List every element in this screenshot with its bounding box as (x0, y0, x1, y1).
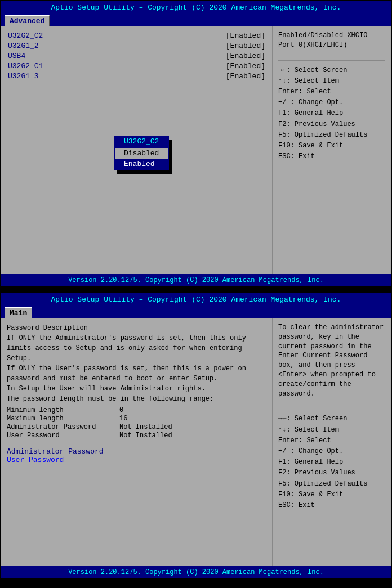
menu-item-u32g2c1[interactable]: U32G2_C1 [Enabled] (7, 61, 266, 71)
keyhelp-line-4: F1: General Help (278, 108, 385, 119)
screen1-footer: Version 2.20.1275. Copyright (C) 2020 Am… (1, 274, 391, 286)
menu-item-u32g1-3[interactable]: U32G1_3 [Enabled] (7, 71, 266, 81)
desc-line-1: If ONLY the Administrator's password is … (7, 333, 266, 343)
menu-item-u32g1-2[interactable]: U32G1_2 [Enabled] (7, 41, 266, 51)
screen2-keyhelp: →←: Select Screen ↑↓: Select Item Enter:… (278, 414, 385, 511)
desc-line-4: If ONLY the User's password is set, then… (7, 363, 266, 374)
info-max-length: Maximum length 16 (7, 415, 266, 423)
screen2-desc: Password Description If ONLY the Adminis… (7, 323, 266, 404)
dropdown-title: U32G2_C2 (114, 136, 169, 147)
keyhelp-line-2: Enter: Select (278, 87, 385, 97)
keyhelp-line-3: +/–: Change Opt. (278, 97, 385, 108)
screen2-help-text: To clear the administrator password, key… (278, 323, 385, 404)
screen1-right: Enabled/Disabled XHCIO Port 0(XHCI/EHCI)… (273, 26, 391, 274)
menu-item-u32g2c2[interactable]: U32G2_C2 [Enabled] (7, 31, 266, 41)
screen2-keyhelp-line-6: F5: Optimized Defaults (278, 479, 385, 490)
divider1 (278, 60, 385, 61)
screen2-keyhelp-line-8: ESC: Exit (278, 500, 385, 511)
keyhelp-line-7: F10: Save & Exit (278, 141, 385, 151)
menu-item-admin-password[interactable]: Administrator Password (7, 447, 266, 456)
screen2-tabbar: Main (1, 306, 391, 318)
info-user-pw: User Password Not Installed (7, 432, 266, 439)
keyhelp-line-6: F5: Optimized Defaults (278, 130, 385, 141)
dropdown-item-disabled[interactable]: Disabled (115, 148, 168, 159)
keyhelp-line-1: ↑↓: Select Item (278, 76, 385, 87)
info-admin-pw: Administrator Password Not Installed (7, 423, 266, 431)
screen2-keyhelp-line-0: →←: Select Screen (278, 414, 385, 424)
keyhelp-line-0: →←: Select Screen (278, 65, 385, 76)
screen2-keyhelp-line-7: F10: Save & Exit (278, 490, 385, 500)
screen2-keyhelp-line-4: F1: General Help (278, 457, 385, 468)
info-min-length: Minimum length 0 (7, 406, 266, 414)
screen2-right: To clear the administrator password, key… (273, 318, 391, 566)
keyhelp-line-8: ESC: Exit (278, 151, 385, 162)
keyhelp-line-5: F2: Previous Values (278, 119, 385, 130)
screen1-help-text: Enabled/Disabled XHCIO Port 0(XHCI/EHCI) (278, 31, 385, 56)
tab-advanced[interactable]: Advanced (5, 15, 50, 26)
menu-item-usb4[interactable]: USB4 [Enabled] (7, 51, 266, 61)
screen2-keyhelp-line-5: F2: Previous Values (278, 468, 385, 478)
screen2-title: Aptio Setup Utility – Copyright (C) 2020… (1, 293, 391, 306)
screen2-content: Password Description If ONLY the Adminis… (1, 318, 391, 566)
screen2-keyhelp-line-2: Enter: Select (278, 436, 385, 446)
tab-main[interactable]: Main (5, 307, 32, 318)
dropdown-body: Disabled Enabled (114, 147, 169, 170)
menu-item-user-password[interactable]: User Password (7, 456, 266, 464)
desc-line-3: Setup. (7, 353, 266, 363)
dropdown-popup: U32G2_C2 Disabled Enabled (114, 136, 169, 170)
screen1-content: U32G2_C2 [Enabled] U32G1_2 [Enabled] USB… (1, 26, 391, 274)
screen2-keyhelp-line-1: ↑↓: Select Item (278, 425, 385, 436)
screen1-left: U32G2_C2 [Enabled] U32G1_2 [Enabled] USB… (1, 26, 273, 274)
screen1-title: Aptio Setup Utility – Copyright (C) 2020… (1, 1, 391, 14)
desc-line-5: password and must be entered to boot or … (7, 374, 266, 384)
screen-separator (0, 288, 392, 292)
screen2-left: Password Description If ONLY the Adminis… (1, 318, 273, 566)
desc-line-0: Password Description (7, 323, 266, 333)
screen1-tabbar: Advanced (1, 14, 391, 26)
desc-line-7: The password length must be in the follo… (7, 394, 266, 404)
screen2-keyhelp-line-3: +/–: Change Opt. (278, 446, 385, 457)
screen2-footer: Version 2.20.1275. Copyright (C) 2020 Am… (1, 566, 391, 578)
desc-line-2: limits access to Setup and is only asked… (7, 343, 266, 353)
desc-line-6: In Setup the User will have Administrato… (7, 384, 266, 394)
screen2: Aptio Setup Utility – Copyright (C) 2020… (0, 292, 392, 580)
screen1: Aptio Setup Utility – Copyright (C) 2020… (0, 0, 392, 288)
divider2 (278, 409, 385, 409)
screen1-keyhelp: →←: Select Screen ↑↓: Select Item Enter:… (278, 65, 385, 163)
dropdown-item-enabled[interactable]: Enabled (115, 159, 168, 169)
